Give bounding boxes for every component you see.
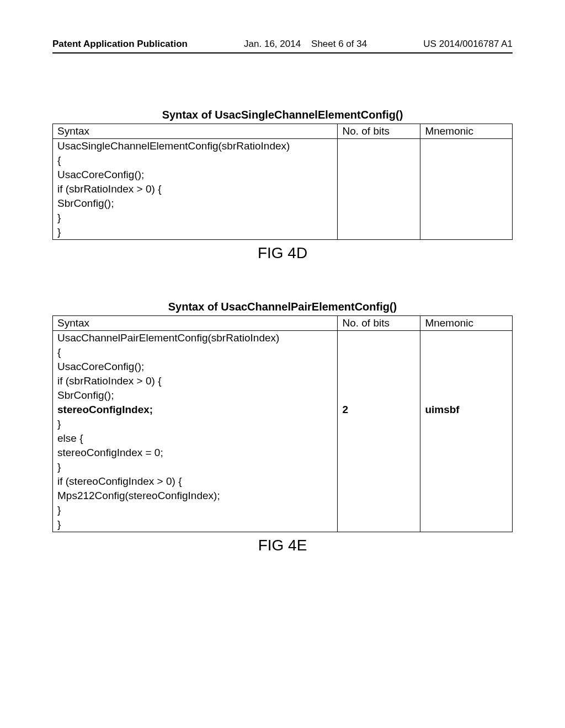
header-sheet: Sheet 6 of 34 <box>311 39 367 49</box>
fig-caption-4d: FIG 4D <box>52 244 513 262</box>
bits-cell <box>338 474 420 489</box>
syntax-cell: UsacCoreConfig(); <box>53 360 338 374</box>
mnem-cell <box>420 345 513 360</box>
th-mnem: Mnemonic <box>420 124 513 139</box>
table1-title: Syntax of UsacSingleChannelElementConfig… <box>52 109 513 121</box>
syntax-cell: } <box>53 460 338 474</box>
bits-cell <box>338 388 420 403</box>
mnem-cell: uimsbf <box>420 403 513 417</box>
syntax-table-1: Syntax No. of bits Mnemonic UsacSingleCh… <box>52 124 513 240</box>
bits-cell <box>338 489 420 503</box>
mnem-cell <box>420 196 513 211</box>
header-left: Patent Application Publication <box>52 39 188 50</box>
bits-cell <box>338 153 420 168</box>
fig-caption-4e: FIG 4E <box>52 537 513 554</box>
bits-cell <box>338 360 420 374</box>
mnem-cell <box>420 225 513 240</box>
table-row: if (sbrRatioIndex > 0) { <box>53 182 513 196</box>
syntax-cell: stereoConfigIndex; <box>53 403 338 417</box>
th-mnem: Mnemonic <box>420 316 513 331</box>
bits-cell <box>338 517 420 532</box>
mnem-cell <box>420 503 513 517</box>
table-row: Mps212Config(stereoConfigIndex); <box>53 489 513 503</box>
bits-cell <box>338 211 420 225</box>
syntax-cell: } <box>53 417 338 431</box>
syntax-cell: { <box>53 153 338 168</box>
table-row: if (stereoConfigIndex > 0) { <box>53 474 513 489</box>
syntax-table-2: Syntax No. of bits Mnemonic UsacChannelP… <box>52 315 513 532</box>
syntax-cell: } <box>53 517 338 532</box>
bits-cell <box>338 417 420 431</box>
table-row: { <box>53 345 513 360</box>
table-row: UsacChannelPairElementConfig(sbrRatioInd… <box>53 331 513 346</box>
syntax-cell: } <box>53 503 338 517</box>
syntax-cell: UsacChannelPairElementConfig(sbrRatioInd… <box>53 331 338 346</box>
bits-cell <box>338 331 420 346</box>
mnem-cell <box>420 446 513 460</box>
syntax-cell: SbrConfig(); <box>53 196 338 211</box>
syntax-cell: if (sbrRatioIndex > 0) { <box>53 374 338 388</box>
table-row: if (sbrRatioIndex > 0) { <box>53 374 513 388</box>
bits-cell <box>338 168 420 182</box>
syntax-cell: UsacCoreConfig(); <box>53 168 338 182</box>
bits-cell <box>338 431 420 446</box>
table-row: stereoConfigIndex;2uimsbf <box>53 403 513 417</box>
syntax-cell: } <box>53 211 338 225</box>
mnem-cell <box>420 139 513 154</box>
bits-cell <box>338 374 420 388</box>
mnem-cell <box>420 374 513 388</box>
bits-cell: 2 <box>338 403 420 417</box>
mnem-cell <box>420 211 513 225</box>
mnem-cell <box>420 360 513 374</box>
th-bits: No. of bits <box>338 316 420 331</box>
th-syntax: Syntax <box>53 124 338 139</box>
syntax-cell: SbrConfig(); <box>53 388 338 403</box>
table-row: } <box>53 503 513 517</box>
syntax-cell: if (sbrRatioIndex > 0) { <box>53 182 338 196</box>
mnem-cell <box>420 417 513 431</box>
table-row: else { <box>53 431 513 446</box>
mnem-cell <box>420 460 513 474</box>
syntax-cell: stereoConfigIndex = 0; <box>53 446 338 460</box>
table2-title: Syntax of UsacChannelPairElementConfig() <box>52 301 513 313</box>
bits-cell <box>338 139 420 154</box>
page-header: Patent Application Publication Jan. 16, … <box>52 39 513 53</box>
th-bits: No. of bits <box>338 124 420 139</box>
bits-cell <box>338 182 420 196</box>
table-row: { <box>53 153 513 168</box>
mnem-cell <box>420 489 513 503</box>
mnem-cell <box>420 153 513 168</box>
table-row: SbrConfig(); <box>53 388 513 403</box>
mnem-cell <box>420 168 513 182</box>
syntax-cell: if (stereoConfigIndex > 0) { <box>53 474 338 489</box>
syntax-cell: { <box>53 345 338 360</box>
syntax-cell: UsacSingleChannelElementConfig(sbrRatioI… <box>53 139 338 154</box>
bits-cell <box>338 460 420 474</box>
table-row: UsacSingleChannelElementConfig(sbrRatioI… <box>53 139 513 154</box>
table-row: } <box>53 211 513 225</box>
bits-cell <box>338 225 420 240</box>
mnem-cell <box>420 474 513 489</box>
bits-cell <box>338 196 420 211</box>
mnem-cell <box>420 517 513 532</box>
bits-cell <box>338 503 420 517</box>
mnem-cell <box>420 431 513 446</box>
table-row: SbrConfig(); <box>53 196 513 211</box>
syntax-cell: } <box>53 225 338 240</box>
syntax-cell: else { <box>53 431 338 446</box>
syntax-cell: Mps212Config(stereoConfigIndex); <box>53 489 338 503</box>
table-row: UsacCoreConfig(); <box>53 168 513 182</box>
table-row: } <box>53 517 513 532</box>
mnem-cell <box>420 388 513 403</box>
table-row: } <box>53 460 513 474</box>
header-date: Jan. 16, 2014 <box>244 39 301 49</box>
table-row: UsacCoreConfig(); <box>53 360 513 374</box>
bits-cell <box>338 345 420 360</box>
table-row: stereoConfigIndex = 0; <box>53 446 513 460</box>
th-syntax: Syntax <box>53 316 338 331</box>
table-row: } <box>53 225 513 240</box>
mnem-cell <box>420 331 513 346</box>
bits-cell <box>338 446 420 460</box>
table-row: } <box>53 417 513 431</box>
header-center: Jan. 16, 2014 Sheet 6 of 34 <box>244 39 367 50</box>
